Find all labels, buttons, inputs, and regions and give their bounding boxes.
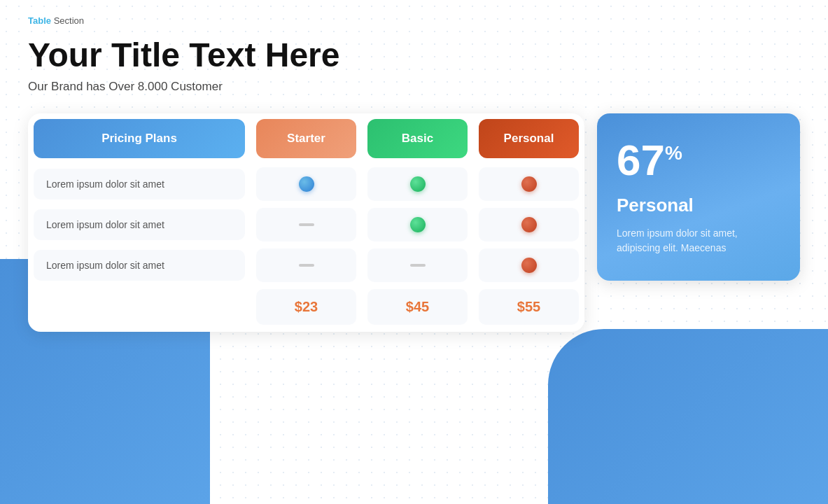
basic-indicator-2 <box>367 208 468 241</box>
dash-icon-2 <box>299 264 314 267</box>
personal-label: Personal <box>479 119 579 158</box>
page-subtitle: Our Brand has Over 8.000 Customer <box>28 80 800 94</box>
starter-indicator-3 <box>256 248 356 282</box>
personal-cell-2 <box>473 204 584 245</box>
basic-cell-2 <box>362 204 473 245</box>
right-highlight-card: 67% Personal Lorem ipsum dolor sit amet,… <box>597 113 800 281</box>
feature-row-2: Lorem ipsum dolor sit amet <box>28 204 584 245</box>
basic-indicator-1 <box>367 167 468 201</box>
bg-wave-right <box>548 329 828 504</box>
basic-price-inner: $45 <box>367 289 468 325</box>
starter-cell-3 <box>251 245 362 286</box>
basic-price: $45 <box>406 299 429 315</box>
basic-column-header: Basic <box>362 113 473 164</box>
feature-cell-3: Lorem ipsum dolor sit amet <box>28 245 251 286</box>
page-title: Your Title Text Here <box>28 37 800 74</box>
feature-column-label: Pricing Plans <box>34 119 245 158</box>
feature-cell-1: Lorem ipsum dolor sit amet <box>28 164 251 204</box>
dot-orange-icon <box>521 176 537 192</box>
personal-indicator-1 <box>479 167 579 201</box>
breadcrumb: Table Section <box>28 15 800 26</box>
dash-icon-1 <box>299 223 314 226</box>
price-row: $23 $45 $55 <box>28 286 584 332</box>
personal-cell-1 <box>473 164 584 204</box>
personal-price-inner: $55 <box>479 289 579 325</box>
right-card-percentage: 67% <box>617 139 780 182</box>
breadcrumb-table: Table <box>28 15 51 26</box>
starter-column-header: Starter <box>251 113 362 164</box>
right-card-description: Lorem ipsum dolor sit amet, adipiscing e… <box>617 226 780 255</box>
pricing-table-card: Pricing Plans Starter Basic Personal <box>28 113 584 332</box>
dot-blue-icon <box>299 176 314 192</box>
starter-indicator-1 <box>256 167 356 201</box>
personal-indicator-2 <box>479 208 579 241</box>
dash-icon-3 <box>410 264 426 267</box>
starter-cell-2 <box>251 204 362 245</box>
feature-column-header: Pricing Plans <box>28 113 251 164</box>
basic-price-cell: $45 <box>362 286 473 332</box>
feature-row-3: Lorem ipsum dolor sit amet <box>28 245 584 286</box>
feature-text-2: Lorem ipsum dolor sit amet <box>34 209 245 240</box>
starter-cell-1 <box>251 164 362 204</box>
pricing-section: Pricing Plans Starter Basic Personal <box>28 113 800 332</box>
starter-price-inner: $23 <box>256 289 356 325</box>
feature-cell-2: Lorem ipsum dolor sit amet <box>28 204 251 245</box>
personal-column-header: Personal <box>473 113 584 164</box>
personal-price: $55 <box>517 299 540 315</box>
basic-label: Basic <box>367 119 468 158</box>
personal-price-cell: $55 <box>473 286 584 332</box>
percentage-value: 67 <box>617 136 665 184</box>
percentage-sign: % <box>665 142 682 164</box>
feature-text-3: Lorem ipsum dolor sit amet <box>34 250 245 281</box>
starter-indicator-2 <box>256 208 356 241</box>
dot-orange-icon-2 <box>521 217 537 232</box>
breadcrumb-section: Section <box>54 15 84 26</box>
personal-indicator-3 <box>479 248 579 282</box>
feature-text-1: Lorem ipsum dolor sit amet <box>34 169 245 200</box>
starter-price: $23 <box>295 299 318 315</box>
pricing-table: Pricing Plans Starter Basic Personal <box>28 113 584 332</box>
feature-row-1: Lorem ipsum dolor sit amet <box>28 164 584 204</box>
basic-cell-3 <box>362 245 473 286</box>
plan-header-row: Pricing Plans Starter Basic Personal <box>28 113 584 164</box>
basic-cell-1 <box>362 164 473 204</box>
basic-indicator-3 <box>367 248 468 282</box>
dot-green-icon-2 <box>410 217 426 232</box>
right-card-plan-name: Personal <box>617 195 780 216</box>
dot-green-icon <box>410 176 426 192</box>
price-feature-cell <box>28 286 251 332</box>
starter-label: Starter <box>256 119 356 158</box>
dot-orange-icon-3 <box>521 258 537 273</box>
starter-price-cell: $23 <box>251 286 362 332</box>
personal-cell-3 <box>473 245 584 286</box>
